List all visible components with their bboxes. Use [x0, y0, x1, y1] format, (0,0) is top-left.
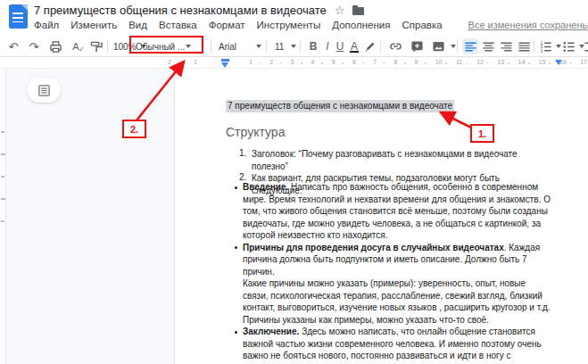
toolbar: ↶ ↷ A✓ 100% Обычный ... Arial 11 B I U [0, 36, 588, 57]
document-title[interactable]: 7 преимуществ общения с незнакомцами в в… [34, 4, 327, 17]
insert-image-icon[interactable] [430, 38, 446, 54]
list-item[interactable]: Причины для проведения досуга в случайны… [235, 242, 552, 327]
indent-icon[interactable] [582, 38, 588, 54]
align-left-icon[interactable] [462, 38, 478, 54]
align-right-icon[interactable] [498, 38, 514, 54]
ruler-indent-marker-right[interactable] [555, 60, 562, 65]
svg-text:3: 3 [540, 47, 542, 53]
highlight-color-icon[interactable] [362, 38, 378, 54]
show-outline-button[interactable] [27, 78, 61, 103]
font-size-dropdown[interactable]: 11 [275, 38, 296, 54]
menu-format[interactable]: Формат [209, 20, 245, 30]
bullet-body: Написать про важность общения, особенно … [243, 182, 553, 240]
spellcheck-icon[interactable]: A✓ [68, 38, 84, 54]
title-row: 7 преимуществ общения с незнакомцами в в… [34, 4, 364, 17]
image-options-caret[interactable] [446, 38, 456, 54]
menu-tools[interactable]: Инструменты [257, 20, 321, 30]
menu-edit[interactable]: Изменить [70, 20, 117, 30]
list-item[interactable]: Заключение. Здесь можно написать, что он… [235, 326, 552, 364]
toolbar-separator [266, 40, 267, 53]
toolbar-separator [457, 40, 458, 53]
annotation-label-1: 1. [470, 124, 494, 143]
insert-link-icon[interactable] [387, 38, 403, 54]
annotation-label-2: 2. [122, 120, 146, 138]
header: 7 преимуществ общения с незнакомцами в в… [0, 0, 588, 36]
chevron-down-icon [291, 45, 296, 48]
menu-addons[interactable]: Дополнения [332, 20, 390, 30]
google-docs-window: 7 преимуществ общения с незнакомцами в в… [0, 0, 588, 364]
chevron-down-icon [256, 45, 261, 48]
text-color-icon[interactable]: A [346, 38, 362, 54]
toolbar-separator [300, 40, 301, 53]
ruler[interactable]: 211234567891011121314151617 [0, 57, 588, 69]
toolbar-separator [534, 40, 534, 53]
bullet-marker [235, 181, 243, 242]
folder-icon[interactable] [352, 7, 364, 15]
styles-dropdown[interactable]: Обычный ... [136, 38, 191, 54]
align-justify-icon[interactable] [516, 38, 532, 54]
star-icon[interactable]: ☆ [335, 4, 345, 16]
menu-help[interactable]: Справка [402, 20, 442, 30]
list-item[interactable]: Введение. Написать про важность общения,… [235, 181, 552, 242]
align-center-icon[interactable] [480, 38, 496, 54]
toolbar-separator [380, 40, 381, 53]
saved-status-link[interactable]: Все изменения сохранены на Диске [468, 20, 588, 30]
menubar: Файл Изменить Вид Вставка Формат Инструм… [34, 20, 588, 30]
highlighted-document-heading[interactable]: 7 преимуществ общения с незнакомцами в в… [226, 100, 454, 112]
section-heading[interactable]: Структура [226, 125, 285, 139]
bullet-marker [235, 242, 243, 327]
docs-logo-icon[interactable] [9, 4, 28, 29]
menu-view[interactable]: Вид [128, 20, 147, 30]
bullet-lead: Заключение. [243, 327, 299, 336]
add-comment-icon[interactable] [409, 38, 425, 54]
redo-icon[interactable]: ↷ [26, 38, 42, 54]
numbered-list-item[interactable]: 1. Заголовок: “Почему разговаривать с не… [226, 148, 547, 172]
chevron-down-icon [451, 45, 456, 48]
outline-rail [0, 69, 6, 364]
outline-icon [37, 84, 51, 97]
list-number: 1. [239, 148, 252, 172]
print-icon[interactable] [47, 38, 63, 54]
bullet-lead: Причины для проведения досуга в случайны… [243, 243, 504, 252]
bullet-body: . Каждая причина должна быть подпунктом … [243, 243, 552, 325]
bullet-marker [235, 326, 243, 364]
font-dropdown[interactable]: Arial [219, 38, 261, 54]
ruler-indent-marker-left[interactable] [221, 59, 229, 68]
menu-insert[interactable]: Вставка [159, 20, 197, 30]
annotation-highlight-box [129, 36, 203, 54]
paint-format-icon[interactable] [88, 38, 104, 54]
undo-icon[interactable]: ↶ [5, 38, 21, 54]
menu-file[interactable]: Файл [34, 20, 59, 30]
bullet-lead: Введение. [243, 182, 288, 192]
toolbar-separator [107, 40, 108, 53]
toolbar-separator [211, 40, 211, 53]
bulleted-list[interactable]: Введение. Написать про важность общения,… [235, 181, 552, 364]
